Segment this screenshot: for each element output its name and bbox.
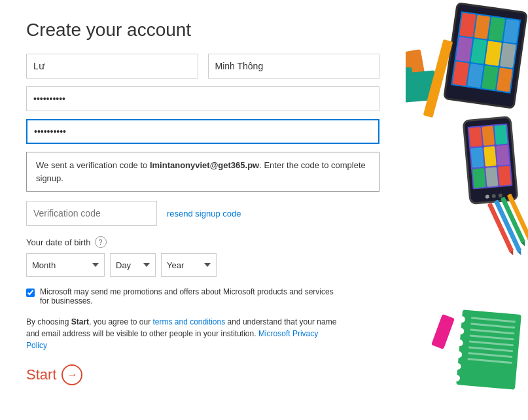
notebook-decoration xyxy=(456,309,521,389)
notebook-lines xyxy=(457,309,521,374)
verification-row: resend signup code xyxy=(26,201,379,226)
month-select[interactable]: Month January February March April May J… xyxy=(26,253,105,277)
start-button[interactable]: Start → xyxy=(26,364,82,385)
dob-label: Your date of birth ? xyxy=(26,236,379,248)
dob-help-icon[interactable]: ? xyxy=(95,236,107,248)
checkbox-label: Microsoft may send me promotions and off… xyxy=(40,287,340,306)
tablet-screen xyxy=(451,11,521,94)
deco-container xyxy=(406,0,528,420)
password-row xyxy=(26,86,379,111)
phone-screen xyxy=(467,124,512,190)
tablet-decoration xyxy=(443,2,528,109)
first-name-input[interactable] xyxy=(26,54,198,79)
pencils-decoration xyxy=(487,194,528,258)
verification-code-input[interactable] xyxy=(26,201,157,226)
confirm-password-row xyxy=(26,119,379,144)
last-name-input[interactable] xyxy=(208,54,380,79)
start-button-label: Start xyxy=(26,366,56,383)
form-section: Create your account We sent a verificati… xyxy=(0,0,406,420)
verification-email: lmintanonyviet@get365.pw xyxy=(150,160,259,170)
eraser-decoration xyxy=(431,314,455,349)
year-select[interactable]: Year 2000199919981997 1996199519901985 1… xyxy=(161,253,217,277)
name-row xyxy=(26,54,379,79)
phone-decoration xyxy=(462,116,518,205)
verification-notice: We sent a verification code to lmintanon… xyxy=(26,152,379,192)
start-circle-icon: → xyxy=(62,364,82,385)
checkbox-row: Microsoft may send me promotions and off… xyxy=(26,287,340,306)
promotions-checkbox[interactable] xyxy=(26,289,35,297)
terms-link[interactable]: terms and conditions xyxy=(152,317,225,326)
page-container: Create your account We sent a verificati… xyxy=(0,0,528,420)
page-title: Create your account xyxy=(26,20,379,41)
password-input[interactable] xyxy=(26,86,379,111)
phone-app-grid xyxy=(467,124,512,190)
decorative-section xyxy=(406,0,528,420)
dob-row: Month January February March April May J… xyxy=(26,253,379,277)
day-select[interactable]: Day 12345 678910 1112131415 1617181920 2… xyxy=(110,253,156,277)
confirm-password-input[interactable] xyxy=(26,119,379,144)
verification-notice-prefix: We sent a verification code to xyxy=(36,160,150,170)
terms-text: By choosing Start, you agree to our term… xyxy=(26,316,340,351)
resend-link[interactable]: resend signup code xyxy=(167,209,241,219)
